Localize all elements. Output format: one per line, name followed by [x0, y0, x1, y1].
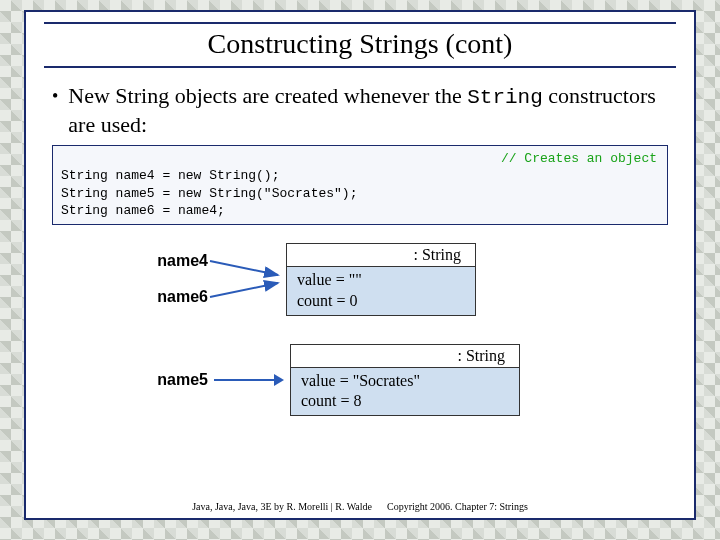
code-line-2: String name5 = new String("Socrates"); — [61, 186, 357, 201]
object-diagram: name4 name6 : String — [122, 243, 668, 416]
code-comment: // Creates an object — [501, 150, 657, 168]
diagram-group-2: name5 : String value = "Socrates" count … — [122, 344, 668, 417]
arrow-group-1 — [208, 249, 286, 309]
obj2-value: value = "Socrates" — [301, 371, 509, 392]
bullet-item: • New String objects are created wheneve… — [52, 82, 668, 139]
object-header-2: : String — [291, 345, 519, 368]
bullet-text: New String objects are created whenever … — [68, 82, 668, 139]
label-name6: name6 — [122, 288, 208, 306]
code-line-3: String name6 = name4; — [61, 203, 225, 218]
slide-title: Constructing Strings (cont) — [44, 22, 676, 68]
code-line-1: String name4 = new String(); — [61, 168, 279, 183]
arrow-icon — [214, 373, 284, 387]
object-body-1: value = "" count = 0 — [287, 267, 475, 315]
slide-content: • New String objects are created wheneve… — [26, 76, 694, 416]
code-block: String name4 = new String();// Creates a… — [52, 145, 668, 225]
object-box-1: : String value = "" count = 0 — [286, 243, 476, 316]
object-header-1: : String — [287, 244, 475, 267]
label-name5: name5 — [122, 371, 208, 389]
obj2-count: count = 8 — [301, 391, 509, 412]
arrow-icon — [208, 249, 286, 309]
object-body-2: value = "Socrates" count = 8 — [291, 368, 519, 416]
footer-right: Copyright 2006. Chapter 7: Strings — [387, 501, 528, 512]
obj1-count: count = 0 — [297, 291, 465, 312]
slide-frame: Constructing Strings (cont) • New String… — [24, 10, 696, 520]
footer-left: Java, Java, Java, 3E by R. Morelli | R. … — [192, 501, 372, 512]
svg-line-0 — [210, 261, 278, 275]
bullet-mono: String — [467, 86, 543, 109]
diagram-group-1: name4 name6 : String — [122, 243, 668, 316]
slide-footer: Java, Java, Java, 3E by R. Morelli | R. … — [26, 501, 694, 512]
label-name4: name4 — [122, 252, 208, 270]
svg-line-1 — [210, 283, 278, 297]
bullet-dot-icon: • — [52, 82, 58, 110]
object-box-2: : String value = "Socrates" count = 8 — [290, 344, 520, 417]
obj1-value: value = "" — [297, 270, 465, 291]
bullet-prefix: New String objects are created whenever … — [68, 83, 467, 108]
